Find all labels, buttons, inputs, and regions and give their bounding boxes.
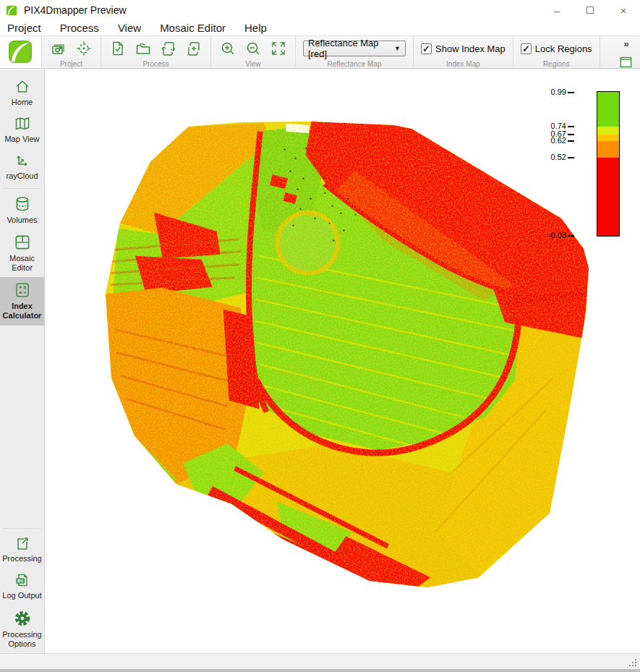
sidebar-item-label: Index Calculator (0, 302, 45, 320)
legend-tick (568, 235, 574, 237)
legend-label: 0.52 (551, 153, 566, 161)
sidebar-item-label: Home (0, 98, 45, 107)
pix4d-home-button[interactable] (0, 36, 42, 68)
lock-regions-checkbox[interactable]: ✓ Lock Regions (521, 38, 592, 59)
process-check-icon[interactable] (108, 39, 127, 58)
sidebar-item-processing[interactable]: Processing (0, 531, 44, 568)
window-bottom-edge (0, 669, 640, 672)
toolbar-overflow-area: » (610, 36, 640, 68)
gcp-target-icon[interactable] (74, 39, 93, 58)
sidebar-item-volumes[interactable]: Volumes (0, 191, 44, 229)
sidebar-item-label: Processing (0, 554, 45, 563)
cylinder-icon (13, 195, 32, 213)
legend-tick (568, 92, 574, 93)
group-label-view: View (245, 60, 261, 68)
sidebar-item-label: Mosaic Editor (0, 254, 45, 273)
group-label-process: Process (142, 60, 168, 68)
sidebar-item-label: Log Output (0, 591, 45, 600)
legend-tick (568, 126, 574, 127)
legend-segment-orange (597, 141, 619, 158)
reflectance-map-dropdown[interactable]: Reflectance Map [red] ▼ (303, 41, 406, 56)
reprocess-add-icon[interactable] (184, 39, 203, 58)
processing-icon (14, 535, 31, 552)
sidebar-item-map-view[interactable]: Map View (0, 111, 44, 148)
open-folder-icon[interactable] (134, 39, 153, 58)
show-index-map-checkbox[interactable]: ✓ Show Index Map (421, 38, 505, 59)
legend-segment-red (597, 158, 619, 236)
toolbar-group-project: Project (42, 36, 101, 68)
log-icon: LOG (13, 571, 32, 589)
chevron-down-icon: ▼ (394, 45, 401, 52)
menu-mosaic-editor[interactable]: Mosaic Editor (160, 22, 226, 34)
legend-segment-gold (597, 135, 619, 141)
menu-view[interactable]: View (118, 22, 141, 34)
maximize-button[interactable] (573, 0, 607, 20)
group-label-index-map: Index Map (446, 60, 480, 68)
menu-process[interactable]: Process (60, 22, 99, 34)
sidebar-item-raycloud[interactable]: rayCloud (0, 148, 44, 185)
legend-segment-yellowgreen (597, 127, 619, 135)
lock-regions-label: Lock Regions (535, 43, 592, 54)
sidebar-item-home[interactable]: Home (0, 75, 44, 111)
show-index-map-label: Show Index Map (435, 43, 505, 54)
map-blob (96, 113, 602, 604)
legend-label: 0.99 (551, 88, 566, 96)
app-logo-icon (6, 4, 18, 17)
toolbar-group-index-map: ✓ Show Index Map Index Map (414, 36, 513, 68)
sidebar-item-label: Volumes (0, 216, 45, 225)
legend-segment-green (597, 92, 619, 127)
title-bar: PIX4Dmapper Preview – × (0, 0, 640, 20)
legend-tick (568, 134, 574, 135)
sidebar-item-label: Map View (0, 135, 45, 144)
sidebar-divider (3, 528, 41, 529)
legend-tick (568, 157, 574, 158)
legend-label: -0.03 (548, 231, 566, 239)
resize-grip[interactable] (628, 658, 638, 668)
toolbar: Project (0, 35, 640, 69)
sidebar-item-index-calculator[interactable]: Index Calculator (0, 277, 44, 325)
window-title: PIX4Dmapper Preview (24, 4, 127, 16)
sidebar-spacer (0, 326, 44, 527)
checkbox-icon: ✓ (421, 43, 432, 54)
sidebar-item-mosaic-editor[interactable]: Mosaic Editor (0, 229, 44, 277)
legend-colorbar (597, 91, 620, 237)
toolbar-overflow-button[interactable]: » (623, 38, 628, 49)
menu-bar: Project Process View Mosaic Editor Help (0, 20, 640, 35)
menu-help[interactable]: Help (244, 22, 267, 34)
sidebar-item-processing-options[interactable]: Processing Options (0, 605, 44, 653)
zoom-out-icon[interactable] (244, 39, 263, 58)
map-viewport: 0.99 0.74 0.67 0.62 0.52 -0.03 (46, 69, 640, 653)
reflectance-map-dropdown-value: Reflectance Map [red] (308, 38, 394, 59)
sidebar-item-label: rayCloud (0, 171, 45, 181)
toolbar-group-reflectance: Reflectance Map [red] ▼ Reflectance Map (296, 36, 414, 68)
toolbar-group-process: Process (101, 36, 211, 68)
status-bar (0, 653, 640, 672)
group-label-reflectance-map: Reflectance Map (327, 60, 381, 68)
checkbox-icon: ✓ (521, 43, 532, 54)
toolbar-group-view: View (211, 36, 296, 68)
calculator-icon (13, 281, 32, 299)
maximize-icon (586, 7, 594, 14)
sidebar-item-label: Processing Options (0, 630, 45, 649)
index-legend: 0.99 0.74 0.67 0.62 0.52 -0.03 (533, 91, 620, 237)
sidebar-item-log-output[interactable]: LOG Log Output (0, 568, 44, 605)
close-button[interactable]: × (607, 0, 640, 20)
sidebar: Home Map View rayCloud Volume (0, 69, 45, 653)
minimize-button[interactable]: – (540, 0, 573, 20)
home-icon (13, 78, 32, 95)
zoom-in-icon[interactable] (218, 39, 237, 58)
svg-text:LOG: LOG (17, 579, 25, 583)
app-window: PIX4Dmapper Preview – × Project Process … (0, 0, 640, 672)
reprocess-icon[interactable] (159, 39, 178, 58)
map-icon (13, 115, 32, 132)
group-label-project: Project (60, 60, 82, 68)
panel-toggle-icon[interactable] (618, 56, 634, 68)
legend-label: 0.62 (551, 136, 566, 145)
menu-project[interactable]: Project (7, 22, 41, 34)
fit-view-icon[interactable] (269, 39, 288, 58)
sidebar-divider (3, 188, 41, 189)
images-icon[interactable] (49, 39, 68, 58)
group-label-regions: Regions (543, 60, 570, 68)
pix4d-leaf-icon (7, 38, 35, 66)
toolbar-group-regions: ✓ Lock Regions Regions (513, 36, 600, 68)
